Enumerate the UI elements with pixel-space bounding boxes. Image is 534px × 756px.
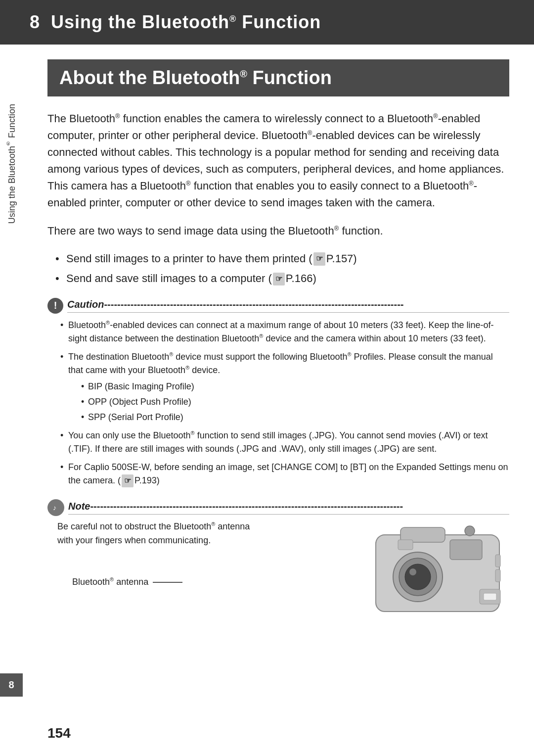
svg-rect-8 (450, 540, 482, 560)
caution-item-3: You can only use the Bluetooth® function… (57, 429, 509, 456)
svg-rect-9 (398, 540, 413, 550)
caution-list: Bluetooth®-enabled devices can connect a… (57, 319, 509, 487)
caution-sub-list: BIP (Basic Imaging Profile) OPP (Object … (68, 380, 509, 424)
svg-rect-12 (495, 569, 500, 582)
svg-rect-11 (495, 555, 500, 567)
note-box: ♪ Note----------------------------------… (47, 499, 509, 614)
sidebar: Using the Bluetooth® Function 8 (0, 45, 23, 756)
body-paragraph-1: The Bluetooth® function enables the came… (47, 110, 509, 212)
caution-item-4: For Caplio 500SE-W, before sending an im… (57, 461, 509, 487)
svg-point-7 (409, 568, 416, 575)
caution-content: Bluetooth®-enabled devices can connect a… (47, 319, 509, 487)
caution-item-2: The destination Bluetooth® device must s… (57, 350, 509, 424)
page-number: 154 (23, 725, 71, 741)
caution-header: ! Caution-------------------------------… (47, 298, 509, 314)
main-bullet-list: Send still images to a printer to have t… (47, 250, 509, 287)
sidebar-vertical-text: Using the Bluetooth® Function (5, 104, 17, 224)
caution-box: ! Caution-------------------------------… (47, 298, 509, 487)
caution-icon: ! (47, 298, 63, 314)
main-content: About the Bluetooth® Function The Blueto… (23, 45, 534, 649)
caution-title: Caution---------------------------------… (67, 299, 509, 313)
caution-sub-item-3: SPP (Serial Port Profile) (79, 411, 509, 424)
note-body-text: Be careful not to obstruct the Bluetooth… (57, 520, 356, 589)
header-title: 8 Using the Bluetooth® Function (30, 12, 321, 33)
note-icon: ♪ (47, 499, 64, 516)
body-paragraph-2: There are two ways to send image data us… (47, 223, 509, 239)
camera-svg (371, 520, 509, 614)
note-header: ♪ Note----------------------------------… (47, 499, 509, 516)
svg-point-6 (405, 564, 431, 590)
note-content: Be careful not to obstruct the Bluetooth… (47, 520, 509, 614)
svg-rect-14 (484, 593, 496, 600)
svg-point-10 (465, 526, 475, 536)
svg-text:♪: ♪ (53, 504, 56, 512)
bullet-item-2: Send and save still images to a computer… (52, 270, 509, 287)
bullet-item-1: Send still images to a printer to have t… (52, 250, 509, 267)
reference-icon-3: ☞ (122, 474, 134, 487)
note-title: Note------------------------------------… (68, 501, 509, 515)
top-header: 8 Using the Bluetooth® Function (0, 0, 534, 45)
caution-item-1: Bluetooth®-enabled devices can connect a… (57, 319, 509, 345)
section-heading: About the Bluetooth® Function (47, 59, 509, 96)
section-heading-text: About the Bluetooth® Function (59, 67, 332, 89)
sidebar-chapter-number: 8 (0, 673, 23, 697)
caution-sub-item-1: BIP (Basic Imaging Profile) (79, 380, 509, 393)
reference-icon-2: ☞ (273, 273, 285, 286)
reference-icon-1: ☞ (313, 252, 325, 266)
camera-image-area (371, 520, 509, 614)
caution-sub-item-2: OPP (Object Push Profile) (79, 395, 509, 409)
